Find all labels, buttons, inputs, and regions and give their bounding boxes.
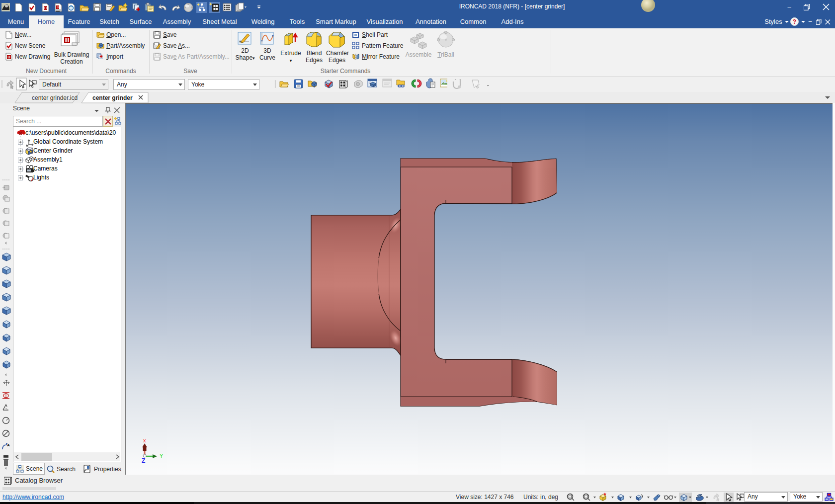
svg-text:Y: Y xyxy=(160,453,164,459)
svg-text:?: ? xyxy=(793,18,796,25)
svg-text:center grinder.icd: center grinder.icd xyxy=(32,94,78,101)
svg-text:Z: Z xyxy=(142,457,145,464)
svg-text:x: x xyxy=(143,437,146,443)
svg-text:A: A xyxy=(7,443,10,447)
svg-text:center grinder: center grinder xyxy=(92,94,133,101)
